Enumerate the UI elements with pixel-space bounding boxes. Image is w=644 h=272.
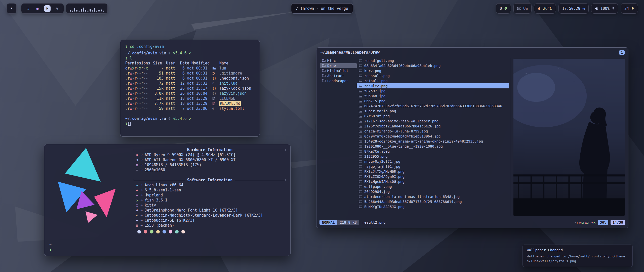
- command: l: [130, 56, 132, 60]
- image-icon: [359, 170, 362, 173]
- palette-dot: [150, 230, 153, 233]
- listing-row: .rw-r--r--59matt 7 oct 23:06⚙stylua.toml: [125, 106, 255, 111]
- file-row[interactable]: 8FKa7Cu.jpeg: [357, 149, 509, 154]
- launcher-icon: ➤: [9, 7, 14, 10]
- info-line: ▭➜644x272: [134, 167, 286, 173]
- notifications-count: 24: [624, 6, 629, 11]
- file-row[interactable]: super-mario.png: [357, 109, 509, 114]
- status-bar: NORMAL 218.8 KB result2.png -rwxrwxrwx 3…: [319, 219, 625, 225]
- file-row[interactable]: 154928-odinokoe_anime-art-anime-okno-sin…: [357, 139, 509, 144]
- braces-icon: {}: [212, 86, 218, 91]
- visualizer-bar: [81, 9, 82, 12]
- folder-icon: [322, 68, 326, 73]
- terminal-window: ❯ cd .config/nvim ~/.config/nvim via ☾ v…: [120, 40, 260, 137]
- info-line: ▥➜10948MiB / 64183MiB (17%): [134, 162, 286, 167]
- file-row[interactable]: 217167-sad-anime-rain-wallpaper.png: [357, 119, 509, 124]
- notification-body: Wallpaper changed to /home/matt/.config/…: [527, 254, 628, 263]
- sidebar-item-misc[interactable]: Misc: [320, 58, 357, 63]
- updates-pill[interactable]: 0: [496, 3, 511, 14]
- info-line: ▢➜kitty: [134, 203, 286, 208]
- info-line: ❯➜fish 3.6.1: [134, 198, 286, 203]
- prompt-path: ~: [49, 242, 52, 247]
- file-row[interactable]: 3122955.png: [357, 154, 509, 159]
- image-icon: [359, 180, 362, 183]
- folder-icon: [322, 73, 326, 78]
- sidebar-item-draw[interactable]: Draw: [320, 63, 357, 68]
- file-row[interactable]: 87r687df.png: [357, 114, 509, 119]
- file-row[interactable]: kurz.png: [357, 68, 509, 73]
- clock-pill[interactable]: 17:50:29 ◷: [558, 3, 589, 14]
- file-row[interactable]: 68747470733a2f2f696d616765732d7769786d70…: [357, 104, 509, 109]
- temperature-pill[interactable]: 26°C: [534, 3, 556, 14]
- volume-pill[interactable]: 100%: [591, 3, 618, 14]
- check-icon: ✔: [189, 51, 191, 55]
- file-row[interactable]: 20492984.jpg: [357, 189, 509, 194]
- sidebar-item-abstract[interactable]: Abstract: [320, 73, 357, 78]
- preview-pane: [511, 58, 626, 216]
- speaker-icon: [595, 7, 598, 10]
- leaf-icon: [504, 7, 507, 10]
- packages-icon: ▦: [134, 223, 140, 228]
- file-row[interactable]: 19201080-__blue-tinge__-1920×1080.jpg: [357, 144, 509, 149]
- image-icon: [359, 190, 362, 193]
- gear-icon: ⚙: [212, 106, 218, 111]
- file-row[interactable]: FXfcII0X0AQyn9X.png: [357, 174, 509, 179]
- file-row[interactable]: 3126f7e9bbf21a8a4af0b67b041c6e26.jpg: [357, 124, 509, 129]
- column-header: Name: [219, 61, 228, 66]
- file-row[interactable]: rsjqojlmjhf91.jpg: [357, 164, 509, 169]
- file-row[interactable]: FXfcJlTXgAMvH6R.png: [357, 169, 509, 174]
- workspace-icon-flag[interactable]: ⚑: [44, 5, 51, 12]
- file-row[interactable]: 866715.png: [357, 98, 509, 104]
- visualizer-bar: [78, 11, 80, 12]
- file-row[interactable]: 587597.jpg: [357, 88, 509, 93]
- palette-dot: [137, 230, 141, 233]
- sidebar-item-minimalist[interactable]: Minimalist: [320, 68, 357, 73]
- file-row[interactable]: chica-mirando-la-luna-8799.jpg: [357, 129, 509, 134]
- image-icon: [359, 175, 362, 178]
- launcher-button[interactable]: ➤: [7, 3, 17, 14]
- clock-value: 17:50:29: [562, 6, 580, 11]
- file-row[interactable]: atardecer-en-la-montanas-ilustracion-634…: [357, 194, 509, 199]
- software-header: Software Information: [134, 178, 286, 183]
- file-row[interactable]: wallpaper.png: [357, 184, 509, 189]
- file-row[interactable]: 08a634fa02a32364f69ebc86a98eb1eb.png: [357, 63, 509, 68]
- image-icon: [359, 155, 362, 158]
- arrow-icon: ➜: [140, 223, 143, 228]
- file-row[interactable]: 0c794faf07de24a4db4d4fb1eb813964.jpg: [357, 134, 509, 139]
- info-line: ▦➜1558 (pacman): [134, 223, 286, 228]
- fastfetch-window: Hardware Information ▣➜AMD Ryzen 9 5900X…: [44, 144, 291, 256]
- image-icon: [359, 95, 362, 97]
- music-pill[interactable]: ♪ thrown - on the verge: [291, 3, 353, 14]
- moon-icon: ☾: [169, 116, 171, 121]
- file-row[interactable]: 5a266e448add93deab367d87173e9f25-6837886…: [357, 199, 509, 204]
- workspace-icon-orb[interactable]: ●: [34, 6, 41, 12]
- image-icon: [359, 90, 362, 92]
- sidebar-item-landscapes[interactable]: Landscapes: [320, 78, 357, 83]
- keyboard-layout-pill[interactable]: US: [513, 3, 532, 14]
- file-row[interactable]: result2.png: [357, 83, 509, 88]
- arrow-icon: ➜: [140, 203, 143, 208]
- hardware-header: Hardware Information: [134, 147, 286, 152]
- visualizer-bar: [98, 10, 100, 12]
- file-row[interactable]: 596848.jpg: [357, 93, 509, 98]
- workspace-switcher: ○●⚑✎: [21, 3, 64, 14]
- flame-icon: [538, 7, 541, 10]
- file-row[interactable]: FXfcHgcWIAMzs0G.png: [357, 179, 509, 184]
- file-row[interactable]: nnvuv0xj2df71.jpg: [357, 159, 509, 164]
- file-row[interactable]: resssult.png: [357, 73, 509, 78]
- tab-badge[interactable]: 1: [619, 50, 625, 55]
- file-row[interactable]: ressdfgult.png: [357, 58, 509, 63]
- notifications-pill[interactable]: 24: [621, 3, 638, 14]
- image-icon: [359, 100, 362, 103]
- notification-popup[interactable]: Wallpaper Changed Wallpaper changed to /…: [522, 245, 633, 267]
- file-row[interactable]: EeNKYgIUcAAJ5JX.png: [357, 204, 509, 209]
- listing-header: PermissionsSizeUserDate ModifiedName: [125, 61, 255, 66]
- os-icon: ▲: [134, 183, 140, 188]
- workspace-icon-circle[interactable]: ○: [25, 6, 31, 12]
- listing-row: drwxr-xr-x-matt 6 oct 00:31lua: [125, 66, 255, 71]
- audio-visualizer[interactable]: [66, 3, 108, 14]
- info-line: ◆➜6.5.8-zen1-1-zen: [134, 188, 286, 193]
- status-filename: result2.png: [362, 220, 386, 224]
- workspace-icon-pencil[interactable]: ✎: [54, 6, 60, 12]
- file-row[interactable]: re1sult.png: [357, 78, 509, 83]
